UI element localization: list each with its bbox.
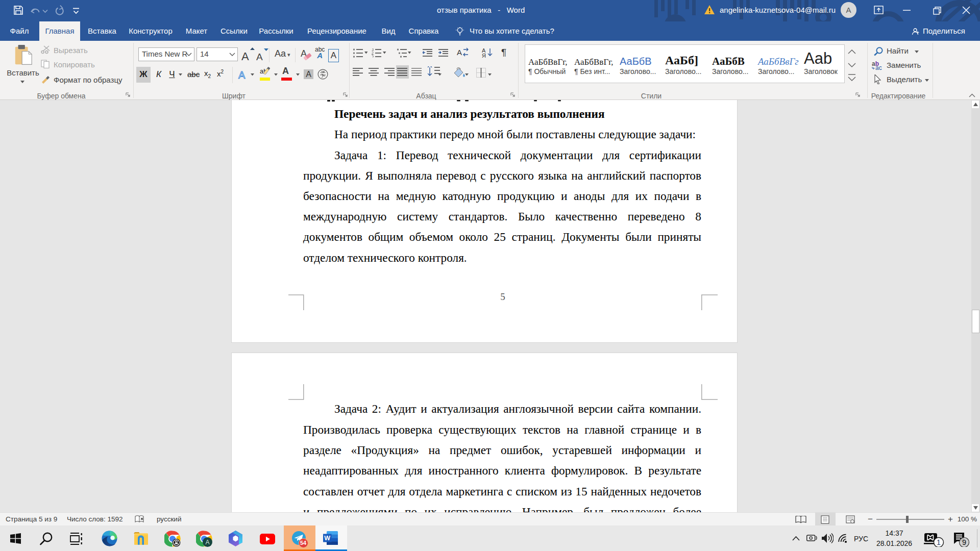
svg-text:9: 9 (962, 538, 966, 546)
svg-text:Я: Я (482, 53, 486, 58)
svg-text:ac: ac (875, 64, 882, 70)
svg-text:А: А (256, 52, 263, 61)
svg-text:W: W (324, 535, 330, 542)
svg-text:А: А (238, 69, 246, 80)
svg-text:А: А (457, 48, 462, 57)
svg-text:A: A (205, 539, 209, 546)
svg-text:А: А (241, 50, 249, 61)
svg-text:1: 1 (937, 538, 941, 546)
